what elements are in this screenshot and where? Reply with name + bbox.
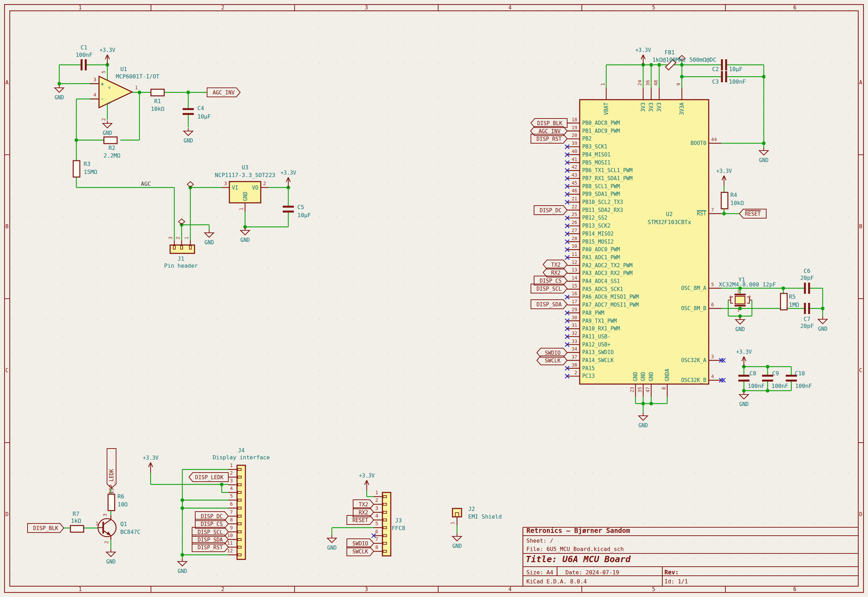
pin-number: 23 [629,387,635,392]
global-label-text: DISP_LEDK [195,474,223,481]
pin-number: 2 [175,237,181,239]
pin-number: 48 [653,80,658,86]
pin-name-PA3_ADC3_RX2_PWM: PA3_ADC3_RX2_PWM [582,270,633,276]
zone-row-label: B [5,223,8,230]
junction [766,365,769,368]
pin-number: 19 [572,125,577,130]
vplus-glyph: ∨ [108,85,110,90]
pin-number: 4 [230,486,233,491]
ref: J3 [395,517,401,524]
pin-number: 32 [572,330,577,336]
value: 100nF [795,383,812,389]
pin-number: 11 [227,540,233,546]
pin-name-BOOT0: BOOT0 [691,140,706,146]
value: 1kΩ [71,518,81,524]
pin-number: 42 [572,164,577,170]
junction [650,402,653,405]
power-flag-3v3: +3.3V [280,170,296,176]
zone-col-label: 5 [652,586,655,593]
zone-col-label: 1 [79,586,82,593]
pin-number: 37 [572,354,577,360]
pin-number: 27 [572,227,577,233]
pin-number: 33 [572,339,577,344]
titleblock-date: Date: 2024-07-19 [565,569,619,576]
junction [650,63,653,67]
junction [181,553,184,557]
value: 10kΩ [730,200,744,206]
local-label-AGC[interactable]: AGC [141,181,151,187]
pin-number: 5 [101,71,106,74]
value: 10µF [197,113,211,120]
global-label-DISP_LEDK[interactable]: DISP_LEDK [189,472,228,482]
pin-name-GNDA: GNDA [664,369,670,381]
zone-col-label: 2 [221,586,224,593]
pin-number: 3 [737,289,739,294]
mcu-U2[interactable]: PB0_ADC8_PWM18PB1_ADC9_PWM19PB220PB3_SCK… [567,80,721,397]
ref: R3 [84,161,90,167]
global-label-text: SWCLK [545,358,560,364]
kicad-schematic-sheet: Retronics – Bjørner Sandom Sheet: / File… [0,0,868,597]
power-flag-3v3: +3.3V [143,455,158,461]
ref: R7 [73,511,79,517]
ref: Q1 [120,521,127,527]
pin-number: 46 [572,188,577,193]
pin-number: 38 [572,362,577,368]
pin-number: 6 [230,501,233,507]
pin-number: 2 [230,470,233,476]
global-label-text: DISP_BLK [537,120,562,126]
pin-number: 44 [711,137,717,142]
zone-col-label: 2 [221,4,224,11]
junction [181,498,184,502]
pin-number: 5 [375,521,378,526]
pin-number: 1 [450,522,455,524]
junction [58,82,61,85]
ref: R5 [789,293,795,300]
pin-number: 30 [572,315,577,320]
pin-number: 5 [711,282,714,287]
pin-name-PC13: PC13 [582,373,595,379]
pin-number: 3 [711,354,714,359]
pin-name-PB6_TX1_SCL1_PWM: PB6_TX1_SCL1_PWM [582,167,633,174]
pin-number: 4 [729,295,731,300]
pin-number: 41 [572,156,577,162]
ref: C10 [795,370,805,377]
zone-col-label: 5 [652,4,655,11]
pin-name-3V3: 3V3 [640,102,646,112]
pin-name-OSC32K_A: OSC32K_A [681,357,706,364]
pin-name-PB0_ADC8_PWM: PB0_ADC8_PWM [582,120,620,126]
labels[interactable]: AGC [141,181,151,187]
value: 20pF [800,275,814,281]
resistor-body [70,526,84,532]
junction [762,141,765,145]
pin-name-PA5_ADC5_SCK1: PA5_ADC5_SCK1 [582,286,623,293]
power-flag-gnd: GND [103,130,112,136]
power-flag-gnd: GND [735,326,745,333]
pin-name-GND: GND [648,372,654,381]
value: NCP1117-3.3_SOT223 [215,172,275,178]
zone-row-label: A [5,79,8,86]
pin-number: 3 [224,181,227,186]
pin-number: 4 [94,92,96,98]
value: 100nF [771,383,788,389]
pin-number: 1 [95,521,98,526]
pin-name-PB8_SCL1_PWM: PB8_SCL1_PWM [582,183,620,190]
pin-name-PA12_USB+: PA12_USB+ [582,342,610,348]
ref: J4 [238,447,244,454]
ref: C2 [712,66,719,73]
pin-number: 28 [572,236,577,241]
junction [680,75,684,79]
ref: FB1 [665,49,675,56]
global-label-text: RESET [352,517,368,523]
pin-number: 40 [572,149,577,154]
global-label-text: DISP_CS [540,278,562,284]
junction [74,138,78,142]
global-label-text: RX2 [359,509,368,516]
pin-name-PA6_ADC6_MISO1_PWM: PA6_ADC6_MISO1_PWM [582,294,639,300]
pin-number: 6 [375,529,378,534]
pin-number: 1 [600,83,605,86]
pin-number: 1 [737,308,739,313]
pin-number: 7 [230,509,233,515]
global-label-text: DISP_SDA [198,537,223,543]
zone-col-label: 3 [365,4,368,11]
pin-name-PA0_ADC0_PWM: PA0_ADC0_PWM [582,247,620,252]
